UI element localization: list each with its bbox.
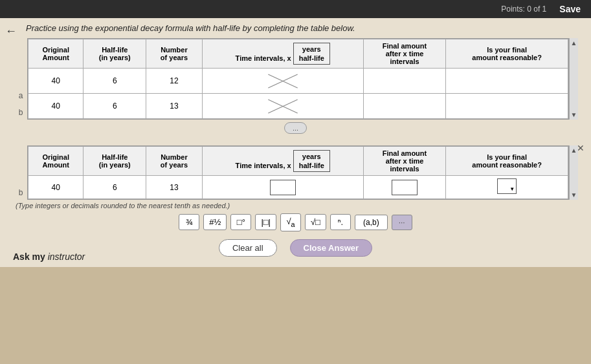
table-row: 40 6 13	[28, 94, 568, 119]
header-reasonable: Is your finalamount reasonable?	[446, 39, 568, 69]
cell-years-a: 12	[146, 69, 202, 94]
cell-halflife-a: 6	[84, 69, 146, 94]
lower-header-years: Numberof years	[146, 147, 202, 176]
final-amount-input[interactable]	[392, 180, 418, 195]
lower-header-time: Time intervals, x yearshalf-life	[202, 147, 363, 176]
lower-cell-final-input[interactable]	[363, 176, 445, 199]
instruction-text: Practice using the exponential decay for…	[26, 23, 578, 33]
lower-table-row: 40 6 13 ▼	[28, 176, 568, 199]
cell-original-a: 40	[28, 69, 84, 94]
lower-section: b OriginalAmount Half-life(in years) Num…	[0, 142, 591, 209]
main-content: ← Practice using the exponential decay f…	[0, 18, 591, 142]
cell-time-a	[202, 69, 363, 94]
lower-scroll-down-icon[interactable]: ▼	[571, 191, 577, 198]
header-original: OriginalAmount	[28, 39, 84, 69]
ab-button[interactable]: (a,b)	[355, 215, 388, 230]
time-interval-input[interactable]	[270, 180, 296, 195]
close-icon[interactable]: ✕	[577, 143, 585, 153]
fraction-button[interactable]: ¾	[179, 214, 199, 230]
mixed-number-button[interactable]: #½	[203, 214, 227, 230]
absolute-value-button[interactable]: |□|	[255, 214, 276, 230]
scroll-down-icon[interactable]: ▼	[571, 111, 577, 118]
lower-header-halflife: Half-life(in years)	[84, 147, 146, 176]
ask-instructor-bar: Ask my instructor	[0, 261, 591, 267]
dropdown-arrow-icon: ▼	[509, 186, 515, 192]
cell-time-b	[202, 94, 363, 119]
lower-scroll-up-icon[interactable]: ▲	[571, 147, 577, 154]
lower-header-reasonable: Is your finalamount reasonable?	[446, 147, 568, 176]
lower-cell-years: 13	[146, 176, 202, 199]
ellipsis-button[interactable]: ...	[284, 122, 307, 134]
cell-final-b	[363, 94, 445, 119]
cell-original-b: 40	[28, 94, 84, 119]
lower-cell-original: 40	[28, 176, 84, 199]
row-label-b: b	[16, 105, 26, 117]
lower-cell-dropdown[interactable]: ▼	[446, 176, 568, 199]
clear-all-button[interactable]: Clear all	[219, 239, 277, 257]
hint-text: (Type integers or decimals rounded to th…	[16, 202, 578, 209]
bottom-bar: Clear all Close Answer	[0, 235, 591, 261]
row-label-a: a	[16, 89, 26, 100]
lower-cell-time-input[interactable]	[202, 176, 363, 199]
reasonable-dropdown[interactable]: ▼	[497, 178, 517, 194]
cell-halflife-b: 6	[84, 94, 146, 119]
cell-final-a	[363, 69, 445, 94]
lower-header-original: OriginalAmount	[28, 147, 84, 176]
points-label: Points: 0 of 1	[501, 5, 546, 14]
header-time-intervals: Time intervals, x yearshalf-life	[202, 39, 363, 69]
n-dot-button[interactable]: ⁿ.	[330, 214, 351, 230]
upper-table: OriginalAmount Half-life(in years) Numbe…	[28, 39, 568, 119]
close-answer-button[interactable]: Close Answer	[290, 239, 373, 257]
row-label-b2: b	[16, 186, 26, 197]
vertical-scrollbar[interactable]: ▲ ▼	[569, 38, 578, 120]
math-toolbar: ¾ #½ □° |□| √a √□ ⁿ. (a,b) ···	[0, 209, 591, 235]
save-button[interactable]: Save	[559, 4, 581, 14]
header-years: Numberof years	[146, 39, 202, 69]
header-final-amount: Final amountafter x timeintervals	[363, 39, 445, 69]
ask-instructor-text: Ask my instructor	[13, 252, 85, 262]
crossed-diagram-b	[267, 96, 299, 116]
cell-years-b: 13	[146, 94, 202, 119]
table-row: 40 6 12	[28, 69, 568, 94]
cell-reasonable-b	[446, 94, 568, 119]
lower-table: OriginalAmount Half-life(in years) Numbe…	[28, 146, 568, 199]
lower-cell-halflife: 6	[84, 176, 146, 199]
instructor-word: instructor	[48, 252, 85, 262]
header-halflife: Half-life(in years)	[84, 39, 146, 69]
scroll-up-icon[interactable]: ▲	[571, 39, 577, 47]
top-bar: Points: 0 of 1 Save	[0, 0, 591, 18]
lower-bracket-label: yearshalf-life	[293, 150, 330, 173]
sqrt-a-button[interactable]: √a	[280, 213, 301, 231]
bracket-label: yearshalf-life	[293, 43, 330, 65]
degree-button[interactable]: □°	[230, 214, 251, 230]
lower-vertical-scrollbar[interactable]: ▲ ▼	[569, 145, 578, 200]
more-button[interactable]: ···	[392, 215, 412, 230]
cell-reasonable-a	[446, 69, 568, 94]
back-arrow[interactable]: ←	[5, 25, 17, 38]
sqrt-button[interactable]: √□	[305, 214, 326, 230]
lower-header-final: Final amountafter x timeintervals	[363, 147, 445, 176]
crossed-diagram	[267, 71, 299, 91]
